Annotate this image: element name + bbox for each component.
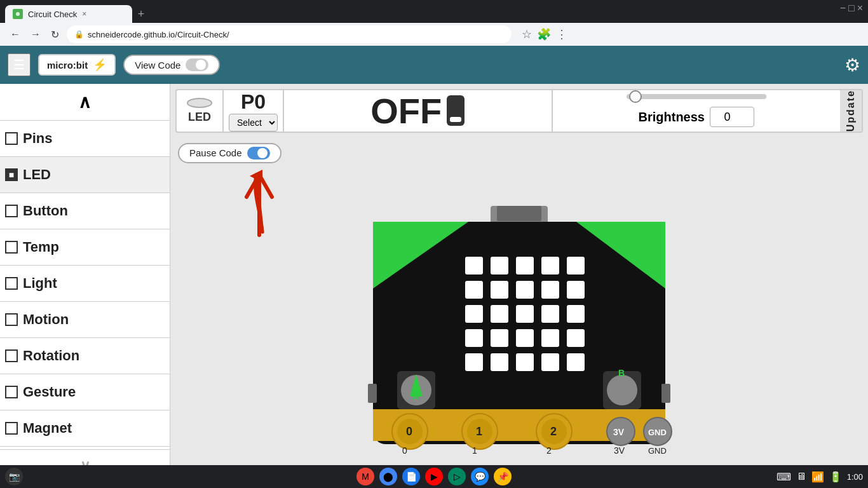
state-toggle[interactable] [447, 95, 465, 126]
device-label: micro:bit [47, 60, 88, 71]
taskbar-chrome-icon[interactable]: ⬤ [379, 468, 397, 485]
gesture-label: Gesture [23, 384, 76, 400]
svg-rect-27 [491, 329, 508, 347]
pin-select[interactable]: Select P0 P1 P2 [229, 114, 278, 132]
led-label-sidebar: LED [23, 166, 51, 183]
sidebar-item-pins[interactable]: Pins [0, 121, 170, 157]
taskbar-right-section: ⌨ 🖥 📶 🔋 1:00 [776, 471, 863, 483]
svg-rect-7 [497, 206, 541, 221]
light-checkbox[interactable] [5, 277, 18, 290]
toggle-indicator [450, 117, 461, 122]
view-code-toggle[interactable] [186, 58, 208, 71]
taskbar-gmail-icon[interactable]: M [356, 468, 374, 485]
motion-checkbox[interactable] [5, 313, 18, 326]
view-code-label: View Code [135, 60, 180, 71]
red-arrow-annotation [218, 162, 313, 245]
svg-rect-18 [516, 281, 534, 299]
update-button[interactable]: Update [845, 90, 857, 132]
svg-rect-21 [465, 305, 483, 323]
svg-rect-25 [567, 305, 585, 323]
svg-rect-33 [516, 353, 534, 371]
sidebar-item-led[interactable]: ■ LED [0, 157, 170, 193]
svg-rect-16 [465, 281, 483, 299]
brightness-input[interactable] [710, 107, 754, 127]
pin-section: P0 Select P0 P1 P2 [224, 90, 284, 132]
button-label: Button [23, 203, 68, 219]
temp-checkbox[interactable] [5, 241, 18, 254]
svg-rect-24 [541, 305, 559, 323]
device-selector-button[interactable]: micro:bit ⚡ [38, 54, 116, 76]
settings-icon[interactable]: ⚙ [844, 55, 860, 76]
svg-text:0: 0 [402, 445, 407, 456]
bookmark-icon[interactable]: ☆ [522, 27, 532, 41]
motion-label: Motion [23, 311, 69, 328]
pause-code-toggle[interactable] [247, 147, 270, 159]
hamburger-menu-button[interactable]: ☰ [8, 53, 31, 76]
gesture-checkbox[interactable] [5, 386, 18, 398]
button-checkbox[interactable] [5, 205, 18, 217]
svg-rect-34 [541, 353, 559, 371]
menu-icon[interactable]: ⋮ [556, 27, 567, 41]
tab-title: Circuit Check [28, 10, 77, 19]
sidebar-item-rotation[interactable]: Rotation [0, 338, 170, 374]
close-window-button[interactable]: × [857, 3, 863, 14]
sidebar-item-gesture[interactable]: Gesture [0, 374, 170, 410]
taskbar-time: 1:00 [847, 472, 863, 482]
brightness-slider-knob[interactable] [629, 90, 642, 103]
off-label-display: OFF [370, 90, 465, 132]
maximize-button[interactable]: □ [848, 3, 855, 14]
svg-rect-12 [491, 257, 508, 274]
pause-toggle-knob [257, 148, 268, 158]
view-code-button[interactable]: View Code [123, 55, 220, 75]
svg-point-1 [16, 12, 20, 16]
new-tab-button[interactable]: + [132, 5, 150, 23]
taskbar-network-icon[interactable]: 📶 [811, 471, 824, 483]
sidebar-item-temp[interactable]: Temp [0, 229, 170, 266]
taskbar-camera-icon[interactable]: 📷 [5, 468, 23, 485]
extension-icon[interactable]: 🧩 [537, 27, 551, 41]
brightness-slider-track[interactable] [627, 94, 766, 99]
svg-rect-28 [516, 329, 534, 347]
toggle-knob [196, 60, 206, 70]
sidebar-item-button[interactable]: Button [0, 193, 170, 229]
sidebar-item-light[interactable]: Light [0, 266, 170, 302]
rotation-label: Rotation [23, 348, 79, 364]
pins-checkbox[interactable] [5, 132, 18, 145]
pin-label: P0 [241, 90, 266, 114]
forward-button[interactable]: → [28, 26, 43, 43]
taskbar-youtube-icon[interactable]: ▶ [425, 468, 443, 485]
svg-text:1: 1 [476, 425, 482, 438]
back-button[interactable]: ← [8, 26, 23, 43]
magnet-checkbox[interactable] [5, 422, 18, 435]
svg-rect-35 [567, 353, 585, 371]
svg-rect-17 [491, 281, 508, 299]
taskbar-screen-icon[interactable]: 🖥 [796, 471, 806, 482]
microbit-board-svg: A B 0 1 [354, 206, 684, 460]
brightness-section: Brightness [553, 90, 841, 132]
svg-text:GND: GND [648, 428, 667, 437]
svg-text:2: 2 [550, 425, 557, 438]
minimize-button[interactable]: − [840, 3, 846, 14]
taskbar-keyboard-icon[interactable]: ⌨ [776, 471, 791, 483]
led-indicator-section: LED [177, 90, 224, 132]
usb-icon: ⚡ [93, 58, 107, 72]
brightness-label-text: Brightness [639, 110, 705, 125]
sidebar-item-magnet[interactable]: Magnet [0, 410, 170, 447]
url-bar[interactable]: 🔒 schneidercode.github.io/Circuit-Check/ [67, 25, 512, 43]
taskbar-play-icon[interactable]: ▷ [448, 468, 466, 485]
taskbar-battery-icon[interactable]: 🔋 [829, 471, 842, 483]
taskbar-keep-icon[interactable]: 📌 [494, 468, 512, 485]
taskbar-docs-icon[interactable]: 📄 [402, 468, 420, 485]
led-checkbox[interactable]: ■ [5, 168, 18, 181]
pause-code-button[interactable]: Pause Code [178, 143, 281, 163]
tab-close-button[interactable]: × [82, 10, 86, 18]
svg-rect-26 [465, 329, 483, 347]
svg-text:1: 1 [472, 445, 477, 456]
active-tab[interactable]: Circuit Check × [5, 5, 132, 23]
rotation-checkbox[interactable] [5, 349, 18, 362]
svg-rect-23 [516, 305, 534, 323]
refresh-button[interactable]: ↻ [48, 26, 62, 43]
svg-rect-32 [491, 353, 508, 371]
taskbar-chat-icon[interactable]: 💬 [471, 468, 489, 485]
sidebar-item-motion[interactable]: Motion [0, 302, 170, 338]
